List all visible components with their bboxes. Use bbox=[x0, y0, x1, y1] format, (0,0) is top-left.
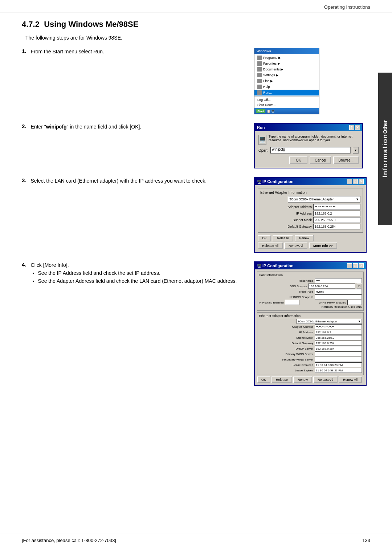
eth-adapter-dropdown[interactable]: 3Com 3C90x Ethernet Adapter ▼ bbox=[297, 319, 362, 324]
ip-config-1-release-btn[interactable]: Release bbox=[273, 235, 293, 241]
eth-adapter-addr-label: Adapter Address bbox=[292, 325, 313, 329]
eth-lease-expires-row: Lease Expires 11 30 04 6:58:23 PM bbox=[259, 368, 362, 373]
ip-config-2-titlebar: 🖥️ IP Configuration _ □ ✕ bbox=[255, 262, 366, 269]
step-4-desc: Click [More Info]. bbox=[31, 262, 69, 268]
run-dialog-cancel-btn[interactable]: Cancel bbox=[310, 156, 331, 164]
run-dialog: Run ? ✕ 🖥️ Type the name of a program, f… bbox=[254, 123, 363, 168]
run-dialog-close-btn[interactable]: ✕ bbox=[355, 125, 360, 130]
ip-config-2-host-section: Host Information Host Name **** DNS Serv… bbox=[257, 272, 364, 311]
host-row-netbios-value bbox=[315, 294, 362, 300]
host-routing-row: IP Routing Enabled bbox=[259, 300, 299, 305]
ip-config-1-max-btn[interactable]: □ bbox=[353, 179, 358, 184]
main-content: 4.7.2 Using Windows Me/98SE The followin… bbox=[0, 12, 392, 402]
run-dialog-controls: ? ✕ bbox=[349, 125, 360, 130]
section-title: 4.7.2 Using Windows Me/98SE bbox=[22, 20, 370, 29]
ip-config-1-body: Ethernet Adapter Information 3Com 3C90x … bbox=[255, 185, 366, 252]
ip-config-1-subnet-label: Subnet Mask bbox=[293, 218, 312, 222]
eth-subnet-row: Subnet Mask 255.255.255.0 bbox=[259, 335, 362, 340]
step-1-inline: 1. From the Start menu select Run. bbox=[22, 48, 247, 56]
start-menu-top: Windows bbox=[254, 48, 319, 54]
ip-config-1-min-btn[interactable]: _ bbox=[347, 179, 352, 184]
ip-config-2-max-btn[interactable]: □ bbox=[353, 263, 358, 268]
step-3-number: 3. bbox=[22, 177, 26, 183]
start-menu-item-settings: Settings ▶ bbox=[254, 72, 319, 78]
ip-config-2-close-btn[interactable]: ✕ bbox=[359, 263, 364, 268]
eth-lease-expires-label: Lease Expires bbox=[295, 369, 313, 372]
ip-config-2-release-all-btn[interactable]: Release Al bbox=[313, 376, 338, 383]
step-4-bullets: See the IP Address field and check the s… bbox=[38, 269, 237, 285]
run-dialog-ok-btn[interactable]: OK bbox=[289, 156, 307, 164]
step-3-row: 3. Select the LAN card (Ethernet adapter… bbox=[22, 177, 370, 253]
start-menu-item-logoff: Log Off... bbox=[254, 97, 319, 102]
run-dialog-help-btn[interactable]: ? bbox=[349, 125, 354, 130]
ip-config-1-adapter-dropdown[interactable]: 3Com 3C90x Ethernet Adapter ▼ bbox=[288, 196, 360, 203]
ip-config-1-renew-btn[interactable]: Renew bbox=[295, 235, 314, 241]
ip-config-1-ok-btn[interactable]: OK bbox=[258, 235, 271, 241]
host-row-hostname-value: **** bbox=[315, 278, 362, 283]
ip-config-1-dropdown-row: 3Com 3C90x Ethernet Adapter ▼ bbox=[260, 196, 360, 203]
run-icon bbox=[257, 90, 262, 95]
host-wins-label: WINS Proxy-Enabled bbox=[319, 301, 346, 304]
step-4-text: 4. Click [More Info]. See the IP Address… bbox=[22, 261, 247, 386]
host-row-netbios-label: NetBIOS Scope Id bbox=[290, 296, 313, 299]
ip-config-1-buttons-row1: OK Release Renew bbox=[258, 235, 363, 241]
ip-config-1-close-btn[interactable]: ✕ bbox=[359, 179, 364, 184]
run-dialog-body: 🖥️ Type the name of a program, folder, d… bbox=[255, 131, 362, 168]
start-menu-item-run[interactable]: Run... bbox=[254, 90, 319, 95]
eth-adapter-label: 3Com 3C90x Ethernet Adapter bbox=[298, 320, 337, 323]
step-2-image: Run ? ✕ 🖥️ Type the name of a program, f… bbox=[254, 123, 370, 168]
ip-config-2-buttons: OK Release Renew Release Al Renew All bbox=[257, 376, 364, 383]
ip-config-2-title-span: 🖥️ IP Configuration bbox=[257, 264, 293, 268]
ip-config-dialog-2: 🖥️ IP Configuration _ □ ✕ Host Informati… bbox=[254, 261, 367, 386]
sidebar-info-label: Information bbox=[381, 134, 389, 178]
ip-config-1-more-info-btn[interactable]: More Info >> bbox=[309, 243, 337, 249]
ip-config-2-icon: 🖥️ bbox=[257, 264, 261, 268]
run-dialog-input-row: Open: winipcfg ▼ bbox=[258, 147, 359, 154]
step-4-inline: 4. Click [More Info]. See the IP Address… bbox=[22, 261, 247, 285]
start-menu-item-documents: Documents ▶ bbox=[254, 66, 319, 72]
step-4-image: 🖥️ IP Configuration _ □ ✕ Host Informati… bbox=[254, 261, 370, 386]
ip-config-2-ethernet-section: Ethernet Adapter Information 3Com 3C90x … bbox=[257, 312, 364, 375]
ip-config-1-icon: 🖥️ bbox=[257, 180, 261, 184]
ip-config-1-section-title: Ethernet Adapter Information bbox=[260, 191, 360, 195]
ip-config-2-title-text: IP Configuration bbox=[262, 264, 293, 268]
start-menu-item-shutdown: Shut Down... bbox=[254, 102, 319, 107]
host-routing-label: IP Routing Enabled bbox=[259, 301, 284, 304]
step-1-image: Windows Programs ▶ Favorites ▶ Docume bbox=[254, 48, 370, 114]
ip-config-2-renew-all-btn[interactable]: Renew All bbox=[339, 376, 362, 383]
eth-primary-wins-row: Primary WINS Server bbox=[259, 351, 362, 357]
host-row-node-label: Node Type bbox=[299, 290, 313, 293]
ip-config-2-release-btn[interactable]: Release bbox=[271, 376, 292, 383]
host-row-dns-btn[interactable]: □ bbox=[357, 284, 362, 289]
eth-gateway-value: 192.168.0.254 bbox=[315, 341, 362, 346]
host-routing-value bbox=[285, 300, 299, 305]
taskbar: Start 📋 🖥️ bbox=[254, 108, 319, 114]
top-header: Operating Instructions bbox=[0, 0, 392, 12]
step-3-desc: Select the LAN card (Ethernet adapter) w… bbox=[31, 177, 207, 185]
eth-subnet-label: Subnet Mask bbox=[296, 336, 313, 339]
header-title: Operating Instructions bbox=[324, 4, 370, 10]
run-dialog-input[interactable]: winipcfg bbox=[270, 147, 351, 154]
ip-config-1-release-all-btn[interactable]: Release All bbox=[258, 243, 283, 249]
ip-config-2-ok-btn[interactable]: OK bbox=[257, 376, 270, 383]
ip-config-1-adapter-label: 3Com 3C90x Ethernet Adapter bbox=[289, 197, 334, 201]
run-dialog-dropdown[interactable]: ▼ bbox=[353, 147, 359, 154]
ip-config-1-ip-value: 192.168.0.2 bbox=[313, 211, 360, 216]
eth-adapter-addr-value: **-**-**-**-**-** bbox=[315, 324, 362, 329]
host-row-dns: DNS Servers 192.168.0.254 □ bbox=[259, 284, 362, 289]
ip-config-1-section: Ethernet Adapter Information 3Com 3C90x … bbox=[258, 188, 363, 233]
ip-config-1-gateway-value: 192.168.0.254 bbox=[313, 224, 360, 229]
eth-ip-label: IP Address bbox=[299, 331, 313, 334]
ip-config-1-renew-all-btn[interactable]: Renew All bbox=[284, 243, 307, 249]
ip-config-1-buttons-row2: Release All Renew All More Info >> bbox=[258, 243, 363, 249]
host-netbios-dns-label: NetBIOS Resolution Uses DNS bbox=[322, 305, 362, 309]
step-3-image: 🖥️ IP Configuration _ □ ✕ Ethernet Adapt… bbox=[254, 177, 370, 253]
step-2-bold: winipcfg bbox=[46, 124, 67, 130]
start-menu-item-help: Help bbox=[254, 84, 319, 90]
ip-config-2-min-btn[interactable]: _ bbox=[347, 263, 352, 268]
start-button[interactable]: Start bbox=[256, 109, 265, 113]
find-icon bbox=[257, 79, 262, 83]
ip-config-2-renew-btn[interactable]: Renew bbox=[293, 376, 312, 383]
host-row-dns-label: DNS Servers bbox=[290, 285, 307, 288]
run-dialog-browse-btn[interactable]: Browse... bbox=[333, 156, 359, 164]
